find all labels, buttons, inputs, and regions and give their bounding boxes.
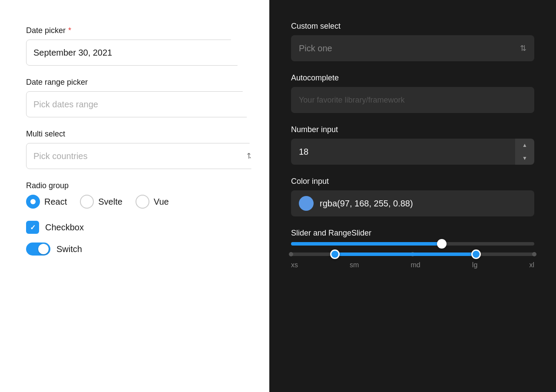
switch-label: Switch [56, 244, 82, 254]
radio-group-label: Radio group [26, 181, 243, 190]
radio-item-svelte[interactable]: Svelte [80, 195, 122, 209]
radio-item-vue[interactable]: Vue [136, 195, 169, 209]
range-label-sm: sm [350, 261, 359, 269]
date-picker-label-text: Date picker [26, 26, 66, 35]
slider-track[interactable] [291, 242, 534, 246]
range-label-xl: xl [529, 261, 534, 269]
range-dot-xs [289, 252, 293, 256]
required-indicator: * [68, 26, 71, 35]
range-fill [335, 252, 476, 256]
radio-circle-vue [136, 195, 149, 209]
range-thumb-left[interactable] [330, 249, 340, 259]
radio-label-vue: Vue [154, 197, 169, 207]
right-panel: Custom select Pick one ⇅ Autocomplete Yo… [269, 0, 556, 392]
date-picker-value: September 30, 2021 [33, 48, 112, 58]
autocomplete-placeholder: Your favorite library/framework [299, 96, 404, 105]
date-range-label-text: Date range picker [26, 78, 88, 87]
multi-select-group: Multi select Pick countries ⇅ [26, 130, 243, 169]
radio-group-label-text: Radio group [26, 181, 69, 190]
multi-select-chevron-icon: ⇅ [247, 151, 253, 161]
number-input-value: 18 [299, 147, 308, 157]
color-input-field[interactable]: rgba(97, 168, 255, 0.88) [291, 190, 534, 216]
date-range-picker-group: Date range picker Pick dates range [26, 78, 243, 117]
custom-select-chevron-icon: ⇅ [520, 43, 526, 53]
range-slider-track[interactable] [291, 252, 534, 256]
checkbox-row: ✓ Checkbox [26, 221, 243, 234]
date-picker-input[interactable]: September 30, 2021 × [26, 40, 261, 66]
date-range-placeholder: Pick dates range [33, 100, 98, 110]
date-picker-clear-button[interactable]: × [241, 47, 253, 59]
slider-label: Slider and RangeSlider [291, 229, 534, 238]
number-input-group: Number input 18 ▲ ▼ [291, 125, 534, 165]
switch-thumb [38, 244, 49, 254]
date-range-label: Date range picker [26, 78, 243, 87]
color-input-label: Color input [291, 177, 534, 186]
autocomplete-label: Autocomplete [291, 73, 534, 83]
checkbox-label: Checkbox [45, 223, 84, 233]
slider-thumb[interactable] [437, 239, 447, 249]
date-range-picker-input[interactable]: Pick dates range [26, 91, 261, 117]
radio-item-react[interactable]: React [26, 195, 67, 209]
left-panel: Date picker * September 30, 2021 × Date … [0, 0, 269, 392]
color-input-group: Color input rgba(97, 168, 255, 0.88) [291, 177, 534, 216]
range-label-md: md [411, 261, 420, 269]
color-input-value: rgba(97, 168, 255, 0.88) [320, 199, 413, 209]
range-dot-xl [532, 252, 536, 256]
custom-select-input[interactable]: Pick one ⇅ [291, 35, 534, 61]
switch-row: Switch [26, 243, 243, 256]
radio-group-group: Radio group React Svelte Vue [26, 181, 243, 209]
radio-group-row: React Svelte Vue [26, 195, 243, 209]
custom-select-label: Custom select [291, 22, 534, 31]
color-swatch [299, 196, 314, 211]
radio-circle-react [26, 195, 40, 209]
number-spinners: ▲ ▼ [515, 139, 534, 165]
number-input-field[interactable]: 18 [291, 139, 515, 165]
range-labels: xs sm md lg xl [291, 261, 534, 269]
date-picker-group: Date picker * September 30, 2021 × [26, 26, 243, 66]
custom-select-group: Custom select Pick one ⇅ [291, 22, 534, 61]
radio-label-svelte: Svelte [98, 197, 122, 207]
checkbox-input[interactable]: ✓ [26, 221, 39, 234]
radio-circle-svelte [80, 195, 94, 209]
date-picker-label: Date picker * [26, 26, 243, 35]
slider-wrapper [291, 242, 534, 246]
slider-section: Slider and RangeSlider x [291, 229, 534, 269]
number-decrement-button[interactable]: ▼ [515, 152, 534, 165]
range-thumb-right[interactable] [471, 249, 481, 259]
number-input-wrapper: 18 ▲ ▼ [291, 139, 534, 165]
multi-select-placeholder: Pick countries [33, 151, 88, 161]
autocomplete-input[interactable]: Your favorite library/framework [291, 87, 534, 113]
switch-input[interactable] [26, 243, 50, 256]
clear-icon: × [245, 49, 249, 56]
multi-select-input[interactable]: Pick countries ⇅ [26, 143, 261, 169]
slider-fill [291, 242, 442, 246]
range-label-lg: lg [472, 261, 477, 269]
multi-select-label: Multi select [26, 130, 243, 139]
custom-select-placeholder: Pick one [299, 43, 332, 53]
range-label-xs: xs [291, 261, 298, 269]
radio-label-react: React [44, 197, 67, 207]
multi-select-label-text: Multi select [26, 130, 65, 139]
number-input-label: Number input [291, 125, 534, 134]
autocomplete-group: Autocomplete Your favorite library/frame… [291, 73, 534, 113]
range-slider-wrapper: xs sm md lg xl [291, 252, 534, 269]
number-increment-button[interactable]: ▲ [515, 139, 534, 152]
checkmark-icon: ✓ [30, 223, 36, 232]
